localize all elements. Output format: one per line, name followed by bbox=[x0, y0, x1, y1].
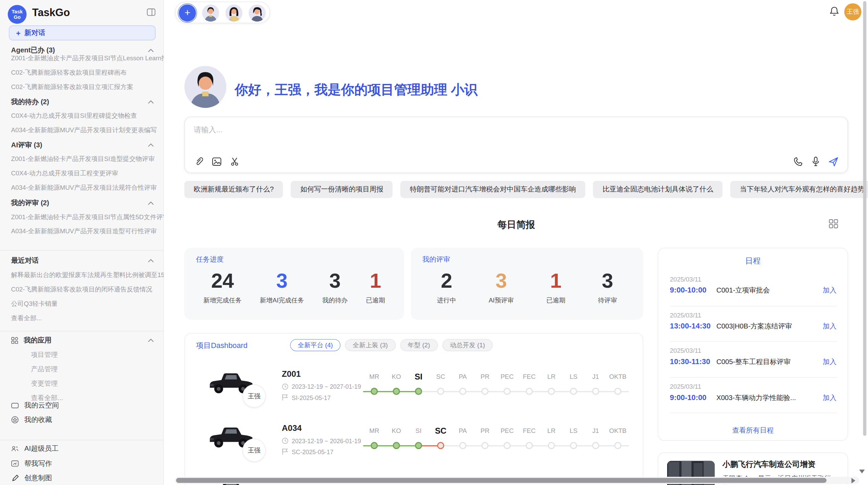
filter-tab[interactable]: 动总开发 (1) bbox=[442, 339, 493, 351]
avatar[interactable] bbox=[249, 4, 266, 22]
sidebar-item-favorites[interactable]: 我的收藏 bbox=[0, 413, 164, 427]
new-chat-button[interactable]: + 新对话 bbox=[9, 25, 156, 40]
avatar[interactable] bbox=[202, 4, 219, 22]
project-flag-milestone: SC-2025-05-17 bbox=[282, 448, 334, 455]
filter-tab[interactable]: 年型 (2) bbox=[400, 339, 438, 351]
sidebar-item-cloud-space[interactable]: 我的云空间 bbox=[0, 398, 164, 413]
star-circle-icon bbox=[11, 416, 19, 424]
sidebar-item-help-write[interactable]: 帮我写作 bbox=[0, 456, 164, 471]
suggestion-chip[interactable]: 比亚迪全固态电池计划具体说了什么 bbox=[593, 181, 723, 198]
agent-done-list: Z001-全新燃油皮卡产品开发项目SI节点Lesson Learn报告C02-飞… bbox=[0, 51, 164, 94]
stat-ai-prereview: 3AI预评审 bbox=[489, 270, 514, 305]
phone-call-icon[interactable] bbox=[792, 156, 803, 167]
attachment-icon[interactable] bbox=[193, 156, 204, 167]
app-item[interactable]: 变更管理 bbox=[0, 376, 164, 390]
chat-input[interactable] bbox=[193, 125, 691, 134]
sidebar-item[interactable]: A034-全新新能源MUV产品开发项目计划变更表编写 bbox=[0, 123, 164, 137]
my-apps-list: 项目管理产品管理变更管理查看全部... bbox=[0, 347, 164, 405]
sidebar-item-creative-draw[interactable]: 创意制图 bbox=[0, 471, 164, 485]
event-name: C005-整车工程目标评审 bbox=[716, 357, 791, 366]
project-dates: 2023-12-19 ~ 2027-01-19 bbox=[282, 383, 361, 390]
scissors-icon[interactable] bbox=[229, 156, 240, 167]
card-my-review: 我的评审 2进行中 3AI预评审 1已逾期 3待评审 bbox=[411, 248, 643, 320]
send-icon[interactable] bbox=[828, 156, 839, 167]
my-review-list: Z001-全新燃油轻卡产品开发项目SI节点属性5D文件评审A034-全新新能源M… bbox=[0, 210, 164, 238]
project-dates: 2023-12-19 ~ 2026-01-19 bbox=[282, 437, 361, 444]
app-item[interactable]: 项目管理 bbox=[0, 347, 164, 362]
ai-staff-label: AI超级员工 bbox=[24, 444, 59, 453]
schedule-event: 2025/03/11 9:00-10:00 C001-立项审批会 加入 bbox=[658, 271, 849, 306]
vertical-scrollbar[interactable] bbox=[863, 1, 867, 436]
divider bbox=[670, 413, 837, 413]
view-all-schedule-link[interactable]: 查看所有日程 bbox=[658, 425, 847, 436]
filter-tab[interactable]: 全新上装 (3) bbox=[345, 339, 395, 351]
project-owner-badge: 王强 bbox=[242, 384, 266, 408]
app-item[interactable]: 产品管理 bbox=[0, 362, 164, 376]
project-row[interactable]: 王强 Z001 2023-12-19 ~ 2027-01-19 SI-2025-… bbox=[185, 359, 643, 412]
image-icon[interactable] bbox=[211, 156, 222, 167]
recent-chat-item[interactable]: 公司Q3轻卡销量 bbox=[0, 297, 164, 311]
clock-icon bbox=[282, 437, 288, 444]
chevron-up-icon bbox=[148, 201, 154, 205]
project-row[interactable]: 王强 A034 2023-12-19 ~ 2026-01-19 SC-2025-… bbox=[185, 413, 643, 466]
dashboard-filters: 全新平台 (4) 全新上装 (3) 年型 (2) 动总开发 (1) bbox=[290, 339, 493, 351]
schedule-title: 日程 bbox=[658, 256, 847, 266]
new-chat-label: 新对话 bbox=[24, 28, 45, 37]
sidebar-collapse-icon[interactable] bbox=[146, 8, 156, 18]
sidebar-item[interactable]: C02-飞腾新能源轻客改款项目里程碑画布 bbox=[0, 65, 164, 80]
suggestion-chip[interactable]: 欧洲新规最近颁布了什么? bbox=[184, 181, 283, 198]
greeting-title: 你好，王强，我是你的项目管理助理 小识 bbox=[235, 81, 478, 99]
event-date: 2025/03/11 bbox=[670, 383, 701, 389]
flag-icon bbox=[282, 394, 288, 401]
sidebar-item[interactable]: Z001-全新燃油轻卡产品开发项目SI节点属性5D文件评审 bbox=[0, 210, 164, 224]
schedule-event: 2025/03/11 9:00-10:00 X003-车辆动力学性能验... 加… bbox=[658, 377, 849, 413]
suggestion-chip[interactable]: 当下年轻人对汽车外观有怎样的喜好趋势 bbox=[731, 181, 868, 198]
join-button[interactable]: 加入 bbox=[823, 393, 836, 402]
sidebar-item[interactable]: Z001-全新燃油皮卡产品开发项目SI节点Lesson Learn报告 bbox=[0, 51, 164, 65]
chevron-up-icon bbox=[148, 100, 154, 103]
sidebar-item[interactable]: C0X4-动力总成开发项目SI里程碑提交物检查 bbox=[0, 109, 164, 123]
notification-bell-icon[interactable] bbox=[829, 6, 840, 17]
sidebar-section-my-todo[interactable]: 我的待办 (2) bbox=[11, 95, 154, 109]
recent-chat-item[interactable]: 查看全部... bbox=[0, 311, 164, 325]
people-icon bbox=[11, 445, 19, 452]
sidebar-item[interactable]: Z001-全新燃油轻卡产品开发项目SI造型提交物评审 bbox=[0, 151, 164, 166]
schedule-event: 2025/03/11 10:30-11:30 C005-整车工程目标评审 加入 bbox=[658, 342, 849, 377]
suggestion-chip[interactable]: 特朗普可能对进口汽车增税会对中国车企造成哪些影响 bbox=[400, 181, 585, 198]
join-button[interactable]: 加入 bbox=[823, 286, 836, 295]
sidebar-item[interactable]: C0X4-动力总成开发项目工程变更评审 bbox=[0, 166, 164, 180]
sidebar-section-my-review[interactable]: 我的评审 (2) bbox=[11, 196, 154, 210]
suggestion-chip[interactable]: 如何写一份清晰的项目周报 bbox=[291, 181, 393, 198]
chevron-up-icon bbox=[148, 143, 154, 147]
recent-chat-item[interactable]: 解释最新出台的欧盟报废车法规再生塑料比例被调至15%... bbox=[0, 268, 164, 282]
sidebar-item-ai-staff[interactable]: AI超级员工 bbox=[0, 442, 164, 456]
sidebar-item[interactable]: A034-全新新能源MUV产品开发项目造型可行性评审 bbox=[0, 224, 164, 238]
project-code: Z001 bbox=[282, 369, 301, 378]
sidebar-item[interactable]: A034-全新新能源MUV产品开发项目法规符合性评审 bbox=[0, 180, 164, 195]
join-button[interactable]: 加入 bbox=[823, 322, 836, 331]
scroll-down-arrow-icon[interactable] bbox=[859, 470, 865, 473]
sidebar-section-ai-review[interactable]: AI评审 (3) bbox=[11, 138, 154, 152]
filter-tab[interactable]: 全新平台 (4) bbox=[290, 339, 340, 351]
section-label: AI评审 (3) bbox=[11, 140, 42, 149]
divider bbox=[0, 250, 164, 251]
cloud-space-label: 我的云空间 bbox=[24, 401, 59, 410]
assistant-avatar bbox=[184, 66, 227, 108]
event-time: 10:30-11:30 bbox=[670, 357, 710, 365]
microphone-icon[interactable] bbox=[810, 156, 821, 167]
scroll-right-arrow-icon[interactable] bbox=[852, 478, 855, 483]
favorites-label: 我的收藏 bbox=[24, 415, 52, 424]
sidebar-item[interactable]: C02-飞腾新能源轻客改款项目立项汇报方案 bbox=[0, 80, 164, 94]
event-name: X003-车辆动力学性能验... bbox=[716, 393, 796, 402]
recent-chat-item[interactable]: C02-飞腾新能源轻客改款项目的闭环通告反馈情况 bbox=[0, 282, 164, 297]
join-button[interactable]: 加入 bbox=[823, 357, 836, 366]
sidebar-section-recent[interactable]: 最近对话 bbox=[11, 253, 154, 268]
layout-grid-icon[interactable] bbox=[828, 219, 838, 229]
horizontal-scrollbar[interactable] bbox=[176, 478, 827, 483]
sidebar-section-my-apps[interactable]: 我的应用 bbox=[11, 333, 154, 347]
app-window: Task Go TaskGo + 新对话 Agent已办 (3) Z001-全新… bbox=[0, 0, 868, 485]
user-avatar[interactable]: 王强 bbox=[844, 3, 861, 21]
avatar[interactable] bbox=[225, 4, 242, 22]
event-time: 9:00-10:00 bbox=[670, 393, 707, 401]
add-conversation-button[interactable]: + bbox=[179, 4, 196, 22]
